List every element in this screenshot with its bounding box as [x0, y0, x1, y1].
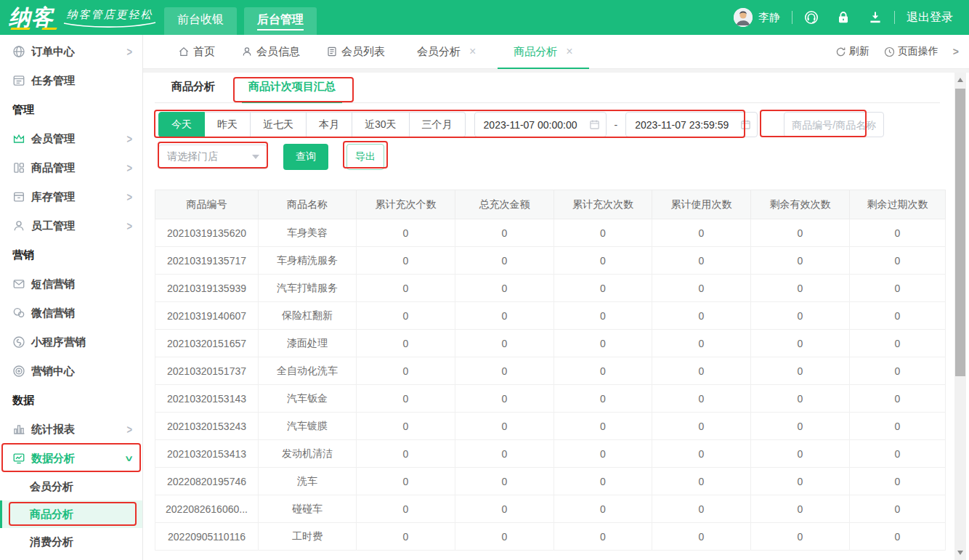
table-cell: 0 [357, 247, 455, 275]
sidebar-item-staff-management[interactable]: 员工管理> [0, 211, 142, 240]
close-icon[interactable]: × [469, 46, 476, 57]
table-cell: 0 [455, 523, 554, 551]
content-panel: 商品分析 商品计次项目汇总 今天昨天近七天本月近30天三个月 2023-11-0… [143, 73, 969, 560]
table-row: 20210320151737全自动化洗车000000 [155, 357, 946, 385]
tab-home[interactable]: 首页 [168, 35, 225, 68]
table-cell: 0 [357, 413, 455, 440]
download-icon[interactable] [868, 10, 883, 25]
quick-date-yesterday[interactable]: 昨天 [205, 112, 251, 137]
chevron-right-icon: > [126, 422, 132, 437]
tab-member-analysis[interactable]: 会员分析× [401, 35, 492, 68]
sidebar-item-sms-marketing[interactable]: 短信营销 [0, 269, 142, 299]
sidebar-item-label: 订单中心 [31, 45, 75, 59]
refresh-button[interactable]: 刷新 [835, 45, 869, 58]
table-cell: 0 [455, 275, 554, 302]
user-avatar[interactable] [734, 8, 753, 27]
scroll-down-arrow-icon[interactable] [957, 551, 963, 555]
date-start-input[interactable]: 2023-11-07 00:00:00 [474, 112, 607, 137]
table-cell: 20220905110116 [155, 523, 259, 551]
table-cell: 0 [357, 495, 455, 523]
sidebar-item-marketing-center[interactable]: 营销中心 [0, 357, 142, 386]
table-header-cell: 累计充次次数 [554, 190, 652, 219]
sidebar-item-data-analysis[interactable]: 数据分析> [0, 444, 142, 473]
table-header-cell: 累计使用次数 [652, 190, 751, 219]
tab-product-analysis[interactable]: 商品分析× [498, 35, 588, 68]
table-header-cell: 商品名称 [259, 190, 357, 219]
table-row: 20220905110116工时费000000 [155, 523, 946, 551]
sidebar-item-product-management[interactable]: 商品管理> [0, 153, 142, 182]
table-cell: 0 [751, 385, 850, 413]
username[interactable]: 李静 [758, 11, 780, 25]
panel-tab-product-count-summary[interactable]: 商品计次项目汇总 [242, 80, 342, 102]
close-icon[interactable]: × [566, 46, 572, 57]
tab-member-info[interactable]: 会员信息 [231, 35, 310, 68]
quick-date-today[interactable]: 今天 [158, 112, 205, 137]
nav-tab-backend-manage[interactable]: 后台管理 [244, 7, 317, 35]
target-icon [12, 365, 25, 378]
scrollbar-thumb[interactable] [955, 89, 965, 376]
sidebar-item-label: 任务管理 [31, 74, 75, 88]
list-icon [326, 46, 338, 57]
sidebar-item-inventory-management[interactable]: 库存管理> [0, 182, 142, 211]
table-row: 20210320153143汽车钣金000000 [155, 385, 946, 413]
vertical-scrollbar[interactable] [954, 73, 966, 560]
tab-label: 首页 [193, 45, 215, 59]
table-cell: 0 [850, 219, 946, 247]
store-select[interactable]: 请选择门店 [158, 145, 267, 169]
table-cell: 0 [751, 275, 850, 302]
sidebar-item-task-management[interactable]: 任务管理 [0, 66, 142, 95]
chevron-right-icon[interactable]: > [953, 46, 959, 57]
chevron-right-icon: > [126, 190, 132, 204]
date-end-input[interactable]: 2023-11-07 23:59:59 [625, 112, 758, 137]
table-cell: 0 [751, 330, 850, 357]
headset-icon[interactable] [804, 10, 819, 25]
logout-button[interactable]: 退出登录 [907, 10, 953, 25]
lock-icon[interactable] [836, 10, 851, 25]
quick-date-last7days[interactable]: 近七天 [251, 112, 307, 137]
sidebar-subitem-member-analysis[interactable]: 会员分析 [0, 473, 142, 500]
scroll-up-arrow-icon[interactable] [957, 78, 963, 82]
product-table: 商品编号商品名称累计充次个数总充次金额累计充次次数累计使用次数剩余有效次数剩余过… [155, 190, 946, 551]
top-header: 纳客 纳客管店更轻松 前台收银 后台管理 李静 [0, 0, 969, 35]
tab-member-list[interactable]: 会员列表 [316, 35, 395, 68]
quick-date-last30days[interactable]: 近30天 [352, 112, 410, 137]
table-cell: 车身美容 [259, 219, 357, 247]
query-button[interactable]: 查询 [283, 144, 328, 170]
quick-date-this-month[interactable]: 本月 [307, 112, 352, 137]
nav-tab-front-cashier[interactable]: 前台收银 [164, 7, 237, 35]
sidebar-subitem-product-analysis[interactable]: 商品分析 [0, 500, 142, 528]
product-search-input[interactable] [784, 112, 884, 137]
product-table-wrap: 商品编号商品名称累计充次个数总充次金额累计充次次数累计使用次数剩余有效次数剩余过… [155, 190, 945, 551]
calendar-icon[interactable] [740, 119, 751, 130]
sidebar-item-miniprogram-marketing[interactable]: 小程序营销 [0, 328, 142, 357]
table-cell: 20210319140607 [155, 302, 259, 330]
sidebar-item-statistics-report[interactable]: 统计报表> [0, 415, 142, 444]
table-cell: 0 [554, 275, 652, 302]
table-cell: 0 [455, 495, 554, 523]
calendar-icon[interactable] [589, 119, 600, 130]
sidebar-section-marketing: 营销 [0, 240, 142, 269]
page-operations-button[interactable]: 页面操作 [884, 45, 938, 58]
table-cell: 20210319135620 [155, 219, 259, 247]
table-row: 20210319135620车身美容000000 [155, 219, 946, 247]
table-cell: 0 [652, 330, 751, 357]
quick-date-three-months[interactable]: 三个月 [410, 112, 466, 137]
sidebar-item-wechat-marketing[interactable]: 微信营销 [0, 299, 142, 328]
sidebar-item-member-management[interactable]: 会员管理> [0, 124, 142, 153]
table-cell: 0 [554, 440, 652, 468]
panel-tab-label: 商品分析 [171, 80, 215, 92]
table-cell: 0 [850, 440, 946, 468]
panel-tab-product-analysis[interactable]: 商品分析 [165, 80, 222, 102]
sidebar-subitem-store-analysis[interactable]: 门店分析 [0, 556, 142, 560]
header-divider [792, 11, 792, 24]
table-row: 20210319140607保险杠翻新000000 [155, 302, 946, 330]
tab-label: 会员信息 [256, 45, 300, 59]
table-cell: 0 [554, 385, 652, 413]
export-button[interactable]: 导出 [346, 144, 384, 170]
table-cell: 20210320151657 [155, 330, 259, 357]
sidebar-subitem-consumption-analysis[interactable]: 消费分析 [0, 528, 142, 556]
tab-label: 会员列表 [341, 45, 385, 59]
sidebar-item-order-center[interactable]: 订单中心> [0, 37, 142, 66]
inventory-icon [12, 190, 25, 203]
refresh-icon [835, 46, 846, 57]
